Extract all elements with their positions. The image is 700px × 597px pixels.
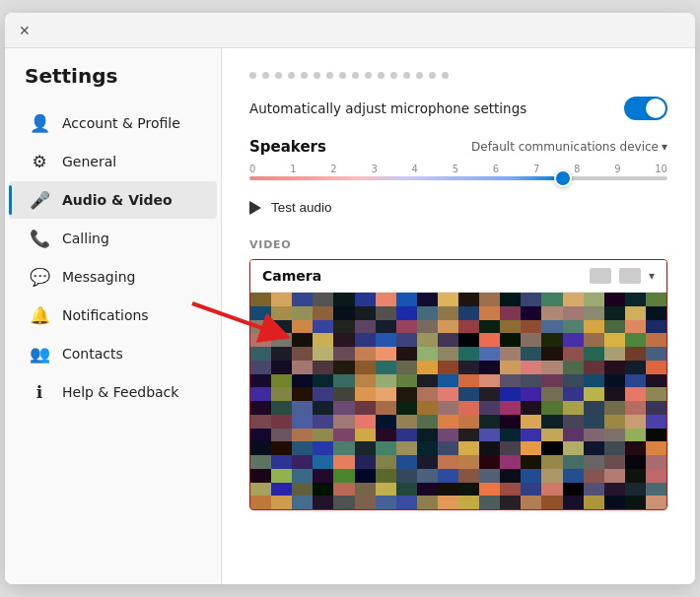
pixel-block — [292, 415, 313, 429]
pixel-block — [250, 347, 271, 361]
sidebar-item-contacts[interactable]: 👥 Contacts — [9, 335, 217, 372]
pixel-block — [250, 387, 271, 401]
pixel-block — [250, 401, 271, 415]
pixel-block — [521, 387, 541, 401]
auto-mic-toggle[interactable] — [624, 97, 667, 120]
pixel-block — [584, 374, 604, 388]
pixel-block — [584, 347, 604, 361]
pixel-block — [333, 320, 354, 334]
volume-slider-track[interactable] — [249, 176, 667, 180]
test-audio-button[interactable]: Test audio — [249, 194, 332, 221]
pixel-block — [521, 361, 541, 374]
pixel-block — [333, 306, 354, 320]
pixel-block — [584, 441, 604, 455]
camera-chevron-icon[interactable]: ▾ — [649, 269, 655, 283]
pixel-block — [313, 320, 333, 334]
pixel-block — [521, 469, 541, 483]
pixel-block — [500, 333, 521, 347]
pixel-block — [646, 401, 666, 415]
messaging-icon: 💬 — [29, 267, 50, 287]
dot — [378, 72, 385, 79]
pixel-block — [313, 441, 333, 455]
pixel-block — [479, 306, 500, 320]
dot — [403, 72, 410, 79]
audio-video-icon: 🎤 — [29, 190, 50, 210]
pixel-block — [563, 496, 584, 509]
pixel-block — [376, 415, 396, 429]
pixel-block — [646, 320, 666, 334]
pixel-block — [541, 306, 562, 320]
pixel-block — [396, 455, 417, 469]
pixel-block — [500, 374, 521, 388]
pixel-block — [271, 347, 292, 361]
dot — [249, 72, 256, 79]
pixel-block — [541, 320, 562, 334]
speakers-section: Speakers Default communications device ▾… — [249, 138, 667, 180]
pixel-block — [417, 347, 438, 361]
pixel-block — [292, 293, 313, 306]
pixel-block — [396, 361, 417, 374]
volume-slider-thumb[interactable] — [554, 169, 572, 187]
settings-window: ✕ Settings 👤 Account & Profile ⚙️ Genera… — [5, 13, 695, 584]
pixel-block — [271, 361, 292, 374]
pixel-block — [292, 306, 313, 320]
sidebar-item-audio-video[interactable]: 🎤 Audio & Video — [9, 181, 217, 219]
pixel-block — [376, 387, 396, 401]
pixel-block — [500, 387, 521, 401]
slider-ticks: 0 1 2 3 4 5 6 7 8 9 10 — [249, 164, 667, 174]
dot — [314, 72, 320, 79]
pixel-block — [604, 415, 625, 429]
pixel-block — [438, 469, 458, 483]
pixel-block — [646, 441, 666, 455]
pixel-block — [604, 374, 625, 388]
pixel-block — [563, 429, 584, 442]
pixel-block — [604, 320, 625, 334]
pixel-block — [625, 483, 646, 497]
pixel-block — [625, 469, 646, 483]
pixel-block — [500, 401, 521, 415]
pixel-block — [333, 469, 354, 483]
pixel-block — [396, 320, 417, 334]
pixel-block — [625, 293, 646, 306]
speakers-device-dropdown[interactable]: Default communications device ▾ — [471, 140, 667, 154]
pixel-block — [376, 361, 396, 374]
sidebar-item-calling[interactable]: 📞 Calling — [9, 220, 217, 257]
pixel-block — [521, 401, 541, 415]
pixel-block — [396, 333, 417, 347]
pixel-block — [625, 387, 646, 401]
pixel-block — [292, 469, 313, 483]
pixel-block — [625, 401, 646, 415]
pixel-block — [500, 361, 521, 374]
pixel-block — [250, 415, 271, 429]
pixel-block — [313, 401, 333, 415]
pixel-block — [438, 306, 458, 320]
pixel-block — [396, 415, 417, 429]
sidebar-item-account-profile[interactable]: 👤 Account & Profile — [9, 104, 217, 142]
sidebar-item-help-feedback[interactable]: ℹ️ Help & Feedback — [9, 373, 217, 411]
camera-btn-1[interactable] — [590, 268, 611, 284]
close-button[interactable]: ✕ — [17, 23, 33, 38]
sidebar-item-notifications[interactable]: 🔔 Notifications — [9, 297, 217, 334]
camera-label: Camera — [262, 268, 321, 284]
pixel-block — [563, 374, 584, 388]
camera-btn-2[interactable] — [619, 268, 641, 284]
pixel-block — [479, 333, 500, 347]
pixel-block — [646, 496, 666, 509]
pixel-block — [417, 320, 438, 334]
sidebar-item-general[interactable]: ⚙️ General — [9, 143, 217, 180]
pixel-block — [479, 483, 500, 497]
pixel-block — [604, 333, 625, 347]
pixel-block — [563, 361, 584, 374]
pixel-block — [584, 361, 604, 374]
pixel-block — [333, 429, 354, 442]
pixel-block — [376, 333, 396, 347]
pixel-block — [479, 347, 500, 361]
pixel-block — [625, 347, 646, 361]
sidebar-item-label: Messaging — [62, 269, 135, 285]
pixel-block — [479, 415, 500, 429]
pixel-block — [646, 306, 666, 320]
pixel-block — [333, 415, 354, 429]
pixel-block — [458, 333, 479, 347]
sidebar-item-messaging[interactable]: 💬 Messaging — [9, 258, 217, 296]
pixel-block — [541, 441, 562, 455]
